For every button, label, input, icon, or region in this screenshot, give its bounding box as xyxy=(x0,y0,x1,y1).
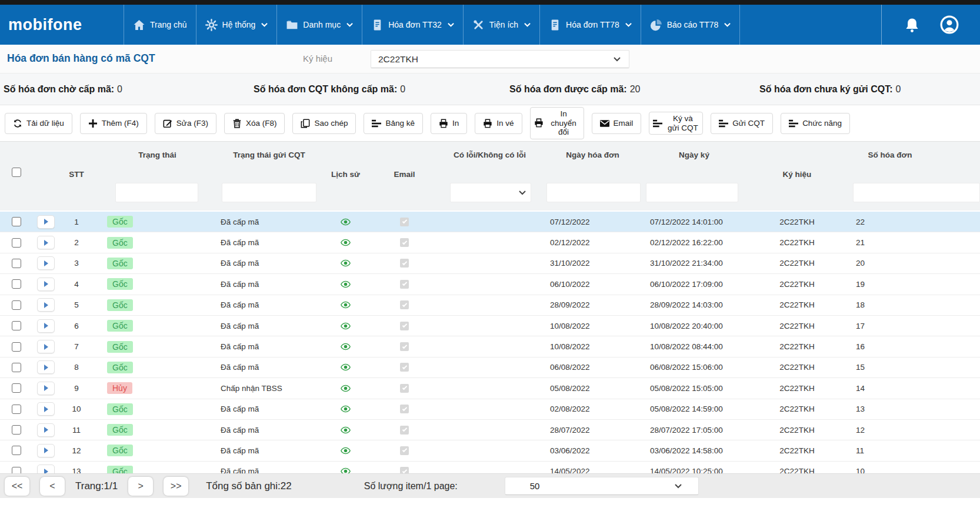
toolbar-button[interactable]: Ký và gửi CQT xyxy=(649,112,703,135)
toolbar-button[interactable]: Sao chép xyxy=(292,113,356,134)
nav-item[interactable]: Tiện ích xyxy=(463,5,539,45)
row-expand-button[interactable] xyxy=(37,402,55,416)
toolbar-button[interactable]: In chuyển đổi xyxy=(530,107,584,139)
row-expand-button[interactable] xyxy=(37,382,55,395)
main-nav: mobifone Trang chủ Hệ thống Danh mục Hóa… xyxy=(0,5,980,45)
error-filter-select[interactable] xyxy=(450,183,531,202)
cqt-status-filter-input[interactable] xyxy=(222,183,316,202)
nav-item[interactable]: Báo cáo TT78 xyxy=(641,5,741,45)
per-page-select[interactable]: 50 xyxy=(505,477,699,495)
title-bar: Hóa đơn bán hàng có mã CQT Ký hiệu 2C22T… xyxy=(0,45,980,73)
row-checkbox[interactable] xyxy=(12,425,21,435)
status-badge: Gốc xyxy=(107,237,133,249)
history-eye-icon[interactable] xyxy=(341,280,351,288)
history-eye-icon[interactable] xyxy=(341,405,351,413)
home-icon xyxy=(133,19,145,31)
row-expand-button[interactable] xyxy=(37,464,55,473)
history-eye-icon[interactable] xyxy=(341,343,351,350)
invoice-date-filter-input[interactable] xyxy=(546,183,641,202)
row-checkbox[interactable] xyxy=(12,363,21,372)
toolbar-button[interactable]: In vé xyxy=(475,113,522,134)
history-eye-icon[interactable] xyxy=(341,259,351,267)
nav-item[interactable]: Hệ thống xyxy=(196,5,277,45)
first-page-button[interactable]: << xyxy=(5,477,29,496)
symbol-select[interactable]: 2C22TKH xyxy=(371,50,629,68)
row-error-cell xyxy=(435,420,544,440)
history-eye-icon[interactable] xyxy=(341,322,351,330)
toolbar-button[interactable]: Email xyxy=(592,113,642,134)
history-eye-icon[interactable] xyxy=(341,301,351,309)
toolbar-button-label: Thêm (F4) xyxy=(102,119,139,128)
row-sign-date: 05/08/2022 15:05:00 xyxy=(641,378,747,398)
email-checked-checkbox xyxy=(400,446,409,455)
nav-item[interactable]: Danh mục xyxy=(276,5,362,45)
history-eye-icon[interactable] xyxy=(341,426,351,434)
nav-item[interactable]: Hóa đơn TT78 xyxy=(539,5,641,45)
toolbar-button[interactable]: Thêm (F4) xyxy=(80,113,147,134)
toolbar-button[interactable]: Chức năng xyxy=(781,113,850,134)
next-page-button[interactable]: > xyxy=(128,477,153,496)
toolbar-button[interactable]: In xyxy=(431,113,467,134)
status-filter-input[interactable] xyxy=(115,183,198,202)
row-expand-button[interactable] xyxy=(37,319,55,333)
row-expand-button[interactable] xyxy=(37,298,55,312)
history-eye-icon[interactable] xyxy=(341,363,351,371)
row-expand-button[interactable] xyxy=(37,444,55,457)
row-expand-button[interactable] xyxy=(37,360,55,374)
row-checkbox[interactable] xyxy=(12,383,21,393)
top-strip xyxy=(0,0,980,5)
prev-page-button[interactable]: < xyxy=(40,477,65,496)
nav-item[interactable]: Hóa đơn TT32 xyxy=(362,5,463,45)
check-icon xyxy=(402,323,406,328)
row-checkbox[interactable] xyxy=(12,405,21,414)
nav-item[interactable]: Trang chủ xyxy=(124,5,196,45)
last-page-button[interactable]: >> xyxy=(164,477,188,496)
email-checked-checkbox xyxy=(400,342,409,351)
toolbar-button-label: Sửa (F3) xyxy=(176,119,208,128)
row-checkbox[interactable] xyxy=(12,321,21,330)
row-cqt-status: Đã cấp mã xyxy=(221,336,318,356)
history-eye-icon[interactable] xyxy=(341,239,351,246)
history-eye-icon[interactable] xyxy=(341,447,351,455)
row-symbol: 2C22TKH xyxy=(747,253,847,273)
sign-date-filter-input[interactable] xyxy=(646,183,738,202)
row-checkbox[interactable] xyxy=(12,217,21,226)
row-expand-button[interactable] xyxy=(37,278,55,291)
toolbar-button[interactable]: Gửi CQT xyxy=(711,113,773,134)
row-invoice-number: 21 xyxy=(847,232,980,252)
notifications-bell-icon[interactable] xyxy=(904,17,920,33)
table-row: 4 Gốc Đã cấp mã 06/10/2022 06/10/2022 17… xyxy=(0,274,980,295)
row-checkbox[interactable] xyxy=(12,467,21,473)
toolbar-button[interactable]: Sửa (F3) xyxy=(155,113,216,134)
row-expand-button[interactable] xyxy=(37,215,55,229)
select-all-checkbox[interactable] xyxy=(12,168,21,177)
email-checked-checkbox xyxy=(400,280,409,289)
row-expand-button[interactable] xyxy=(37,423,55,437)
mail-icon xyxy=(600,119,609,128)
row-checkbox[interactable] xyxy=(12,238,21,248)
invoice-number-filter-input[interactable] xyxy=(853,183,980,202)
row-checkbox[interactable] xyxy=(12,259,21,268)
row-checkbox[interactable] xyxy=(12,300,21,310)
table-row: 9 Hủy Chấp nhận TBSS 05/08/2022 05/08/20… xyxy=(0,378,980,399)
toolbar-button[interactable]: Bảng kê xyxy=(364,113,423,134)
row-checkbox[interactable] xyxy=(12,446,21,455)
toolbar-button[interactable]: Xóa (F8) xyxy=(224,113,285,134)
row-error-cell xyxy=(435,440,544,460)
user-account-icon[interactable] xyxy=(940,15,959,34)
row-expand-button[interactable] xyxy=(37,236,55,249)
pagination-bar: << < Trang:1/1 > >> Tổng số bản ghi:22 S… xyxy=(0,473,980,498)
nav-item-label: Trang chủ xyxy=(150,20,187,29)
table-row: 10 Gốc Đã cấp mã 02/08/2022 05/08/2022 1… xyxy=(0,399,980,420)
toolbar-button-label: Ký và gửi CQT xyxy=(666,114,699,132)
toolbar-button[interactable]: Tải dữ liệu xyxy=(5,113,72,134)
history-eye-icon[interactable] xyxy=(341,467,351,473)
row-checkbox[interactable] xyxy=(12,279,21,289)
history-eye-icon[interactable] xyxy=(341,218,351,226)
row-expand-button[interactable] xyxy=(37,256,55,270)
row-expand-button[interactable] xyxy=(37,340,55,353)
column-header-email: Email xyxy=(374,170,435,179)
history-eye-icon[interactable] xyxy=(341,385,351,392)
check-icon xyxy=(402,447,406,452)
row-checkbox[interactable] xyxy=(12,342,21,352)
